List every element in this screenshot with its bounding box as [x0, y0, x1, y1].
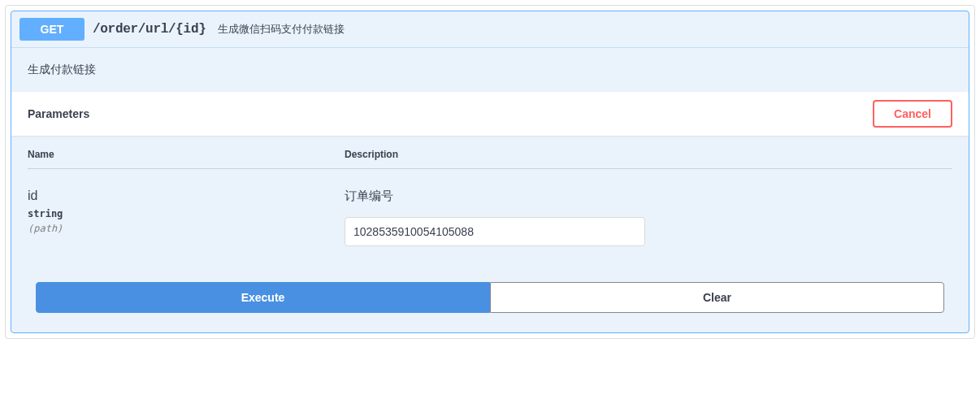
- http-method-badge: GET: [20, 18, 85, 41]
- action-buttons-row: Execute Clear: [11, 266, 969, 332]
- parameter-location: (path): [28, 223, 345, 234]
- parameter-row: id string (path) 订单编号: [28, 169, 952, 266]
- operation-description: 生成付款链接: [11, 48, 969, 92]
- endpoint-summary: 生成微信扫码支付付款链接: [218, 22, 345, 37]
- parameters-title: Parameters: [28, 107, 89, 120]
- cancel-button[interactable]: Cancel: [873, 100, 952, 128]
- column-header-description: Description: [345, 149, 952, 160]
- operation-summary-row[interactable]: GET /order/url/{id} 生成微信扫码支付付款链接: [11, 11, 969, 48]
- execute-button[interactable]: Execute: [36, 282, 490, 313]
- parameter-description-cell: 订单编号: [345, 189, 952, 246]
- column-header-name: Name: [28, 149, 345, 160]
- operation-block: GET /order/url/{id} 生成微信扫码支付付款链接 生成付款链接 …: [11, 11, 969, 333]
- parameters-table-header: Name Description: [28, 149, 952, 169]
- clear-button[interactable]: Clear: [490, 282, 944, 313]
- swagger-operation-container: GET /order/url/{id} 生成微信扫码支付付款链接 生成付款链接 …: [5, 5, 975, 339]
- parameters-header: Parameters Cancel: [11, 92, 969, 136]
- parameter-name: id: [28, 189, 345, 203]
- parameter-description: 订单编号: [345, 189, 952, 204]
- parameter-name-cell: id string (path): [28, 189, 345, 246]
- parameter-value-input[interactable]: [345, 217, 645, 246]
- parameters-table: Name Description id string (path) 订单编号: [11, 136, 969, 266]
- endpoint-path: /order/url/{id}: [93, 22, 206, 37]
- parameter-type: string: [28, 208, 345, 219]
